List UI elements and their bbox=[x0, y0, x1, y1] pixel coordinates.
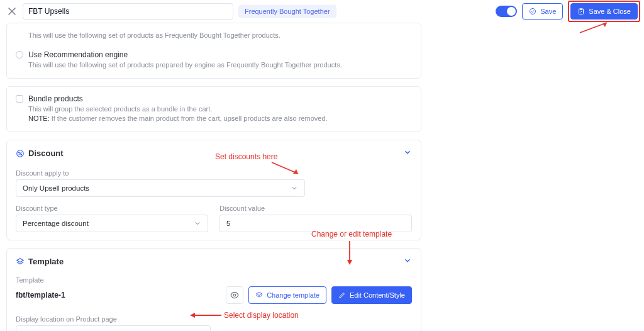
checkbox-icon bbox=[16, 95, 23, 103]
location-label: Display location on Product page bbox=[16, 315, 412, 323]
recommendation-desc: This will use the following set of produ… bbox=[28, 60, 412, 70]
anno-discount: Set discounts here bbox=[215, 152, 277, 161]
template-name-value: fbt/template-1 bbox=[16, 291, 65, 300]
svg-point-0 bbox=[530, 8, 536, 14]
template-name-label: Template bbox=[16, 276, 412, 284]
save-close-label: Save & Close bbox=[589, 8, 631, 15]
change-template-label: Change template bbox=[267, 291, 319, 299]
save-button[interactable]: Save bbox=[522, 3, 563, 20]
change-template-button[interactable]: Change template bbox=[248, 286, 326, 304]
edit-content-label: Edit Content/Style bbox=[350, 291, 405, 299]
discount-card: Discount Discount apply to Only Upsell p… bbox=[6, 140, 421, 240]
collapse-toggle[interactable] bbox=[403, 148, 412, 159]
title-input[interactable] bbox=[23, 3, 233, 20]
apply-value: Only Upsell products bbox=[23, 184, 89, 192]
chevron-down-icon bbox=[194, 220, 201, 227]
chevron-down-icon bbox=[403, 256, 412, 265]
chevron-down-icon bbox=[403, 148, 412, 157]
type-label: Discount type bbox=[16, 205, 208, 212]
svg-marker-7 bbox=[602, 23, 607, 27]
radio-icon bbox=[16, 51, 23, 59]
close-button[interactable] bbox=[4, 3, 20, 20]
svg-point-4 bbox=[21, 154, 22, 155]
chevron-down-icon bbox=[291, 184, 298, 192]
bundle-title: Bundle products bbox=[28, 94, 83, 103]
type-value: Percentage discount bbox=[23, 220, 89, 227]
highlight-save-close: Save & Close bbox=[568, 1, 640, 22]
discount-icon bbox=[16, 149, 25, 158]
type-tag: Frequently Bought Together bbox=[238, 5, 336, 18]
svg-point-5 bbox=[233, 294, 236, 296]
bundle-checkbox[interactable]: Bundle products bbox=[16, 94, 412, 103]
apply-select[interactable]: Only Upsell products bbox=[16, 179, 305, 197]
enable-toggle[interactable] bbox=[496, 6, 517, 17]
close-icon bbox=[8, 8, 16, 15]
layers-icon bbox=[255, 291, 263, 299]
type-select[interactable]: Percentage discount bbox=[16, 215, 208, 232]
value-label: Discount value bbox=[219, 205, 412, 212]
collapse-toggle[interactable] bbox=[403, 256, 412, 267]
bundle-desc: This will group the selected products as… bbox=[28, 104, 412, 114]
recommendation-radio[interactable]: Use Recommendation engine bbox=[16, 50, 412, 59]
pencil-icon bbox=[338, 291, 346, 299]
anno-template: Change or edit template bbox=[311, 230, 392, 238]
edit-content-button[interactable]: Edit Content/Style bbox=[331, 286, 412, 304]
anno-location: Select display location bbox=[224, 311, 299, 320]
eye-icon bbox=[230, 291, 239, 300]
template-section-title: Template bbox=[28, 257, 64, 266]
preview-button[interactable] bbox=[226, 286, 243, 304]
discount-section-title: Discount bbox=[28, 149, 64, 158]
layers-icon bbox=[16, 257, 25, 266]
clipboard-check-icon bbox=[577, 8, 585, 15]
recommendation-title: Use Recommendation engine bbox=[28, 50, 128, 59]
svg-line-6 bbox=[580, 23, 607, 33]
save-close-button[interactable]: Save & Close bbox=[570, 3, 638, 20]
template-card: Template Template fbt/template-1 Change … bbox=[6, 248, 421, 331]
save-label: Save bbox=[540, 8, 556, 15]
check-circle-icon bbox=[529, 8, 536, 15]
svg-point-3 bbox=[18, 152, 19, 153]
bundle-card: Bundle products This will group the sele… bbox=[6, 86, 421, 132]
options-card: This will use the following set of produ… bbox=[6, 23, 421, 79]
location-select[interactable]: After Product summary bbox=[16, 325, 211, 331]
bundle-note: NOTE: If the customer removes the main p… bbox=[28, 114, 412, 123]
option1-desc: This will use the following set of produ… bbox=[28, 31, 412, 40]
apply-label: Discount apply to bbox=[16, 169, 412, 177]
